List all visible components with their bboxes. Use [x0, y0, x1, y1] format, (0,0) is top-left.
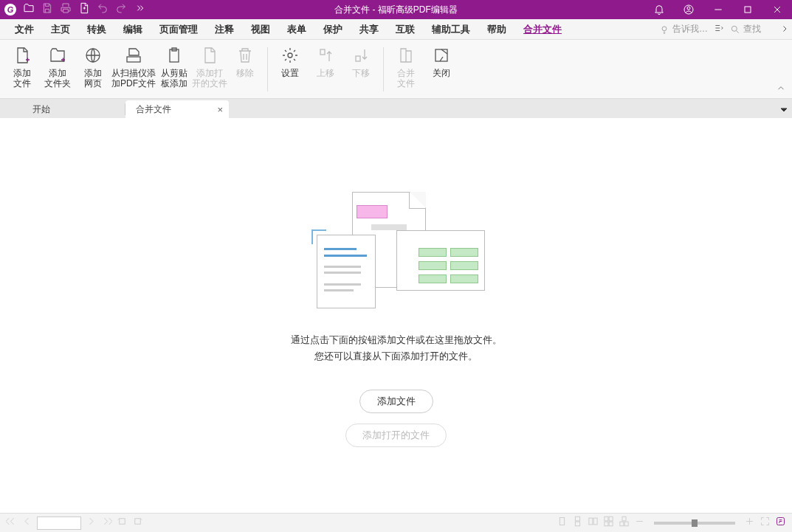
move-down-icon	[351, 46, 371, 65]
svg-rect-22	[605, 522, 608, 526]
svg-rect-6	[127, 57, 140, 62]
menu-comment[interactable]: 注释	[207, 20, 241, 39]
menu-accessibility[interactable]: 辅助工具	[424, 20, 478, 39]
fullscreen-icon[interactable]	[760, 516, 771, 530]
tab-start-label: 开始	[32, 103, 50, 116]
tab-combine[interactable]: 合并文件 ×	[125, 100, 229, 118]
print-icon[interactable]	[60, 2, 72, 17]
last-page-icon[interactable]	[101, 516, 112, 530]
add-file-button[interactable]: 添加文件	[359, 390, 433, 413]
menu-connect[interactable]: 互联	[388, 20, 422, 39]
menu-combine[interactable]: 合并文件	[516, 20, 569, 39]
menu-file[interactable]: 文件	[7, 20, 41, 39]
menu-help[interactable]: 帮助	[480, 20, 514, 39]
prev-page-icon[interactable]	[21, 516, 32, 530]
ribbon-separator	[383, 47, 384, 91]
ribbon-add-clipboard-button[interactable]: 从剪贴 板添加	[156, 43, 192, 89]
menu-home[interactable]: 主页	[44, 20, 78, 39]
svg-rect-15	[559, 518, 564, 525]
svg-rect-19	[593, 518, 597, 525]
view-single-icon[interactable]	[557, 516, 568, 530]
page-number-input[interactable]	[37, 517, 81, 530]
svg-rect-18	[589, 518, 593, 525]
ribbon-collapse-icon[interactable]	[776, 83, 788, 95]
svg-rect-20	[605, 517, 608, 521]
close-button[interactable]	[762, 0, 792, 19]
tellme-box[interactable]: 告诉我…	[656, 21, 711, 37]
menu-protect[interactable]: 保护	[316, 20, 350, 39]
save-icon[interactable]	[41, 2, 53, 17]
tab-close-icon[interactable]: ×	[217, 104, 223, 115]
empty-line-1: 通过点击下面的按钮添加文件或在这里拖放文件。	[291, 332, 502, 348]
empty-state-text: 通过点击下面的按钮添加文件或在这里拖放文件。 您还可以直接从下面添加打开的文件。	[291, 332, 502, 365]
ribbon-add-webpage-button[interactable]: 添加 网页	[75, 43, 111, 89]
menu-view[interactable]: 视图	[244, 20, 278, 39]
content-area[interactable]: 通过点击下面的按钮添加文件或在这里拖放文件。 您还可以直接从下面添加打开的文件。…	[0, 118, 792, 513]
ribbon-add-scanner-button[interactable]: 从扫描仪添 加PDF文件	[111, 43, 156, 89]
view-cover-icon[interactable]	[619, 516, 630, 530]
statusbar	[0, 513, 792, 532]
menu-share[interactable]: 共享	[352, 20, 386, 39]
first-page-icon[interactable]	[6, 516, 17, 530]
open-icon[interactable]	[23, 2, 35, 17]
rotate-cw-icon[interactable]	[132, 516, 143, 530]
folder-plus-icon	[48, 46, 67, 65]
view-continuous-icon[interactable]	[572, 516, 583, 530]
ribbon-move-down-button: 下移	[343, 43, 379, 78]
empty-state-illustration	[308, 192, 485, 317]
redo-icon[interactable]	[115, 2, 127, 17]
rotate-ccw-icon[interactable]	[117, 516, 128, 530]
ribbon-add-folder-button[interactable]: 添加 文件夹	[40, 43, 75, 89]
tab-start[interactable]: 开始	[22, 100, 125, 118]
tab-dropdown-icon[interactable]	[780, 103, 788, 117]
window-controls	[644, 0, 792, 19]
notification-icon[interactable]	[644, 0, 674, 19]
scanner-icon	[124, 46, 143, 65]
menu-overflow-icon[interactable]	[714, 23, 724, 36]
qat-more-icon[interactable]	[134, 2, 145, 17]
svg-point-9	[288, 53, 292, 58]
user-icon[interactable]	[674, 0, 703, 19]
view-facing-continuous-icon[interactable]	[603, 516, 614, 530]
next-page-icon[interactable]	[86, 516, 97, 530]
reflow-icon[interactable]	[775, 516, 786, 530]
gear-icon	[280, 46, 300, 65]
svg-point-4	[731, 26, 737, 31]
svg-rect-26	[624, 522, 628, 526]
zoom-out-icon[interactable]	[634, 516, 645, 530]
find-box[interactable]: 查找	[727, 21, 777, 37]
svg-rect-25	[620, 522, 624, 526]
zoom-in-icon[interactable]	[744, 516, 755, 530]
ribbon-separator	[267, 47, 268, 91]
svg-point-1	[687, 7, 690, 10]
zoom-slider[interactable]	[654, 522, 735, 525]
menu-edit[interactable]: 编辑	[116, 20, 150, 39]
new-file-icon[interactable]	[78, 2, 90, 17]
svg-rect-10	[320, 49, 325, 55]
tellme-placeholder: 告诉我…	[672, 23, 708, 35]
menu-scroll-right-icon[interactable]	[780, 23, 789, 36]
ribbon-move-up-button: 上移	[308, 43, 343, 78]
ribbon-add-file-button[interactable]: 添加 文件	[4, 43, 40, 89]
app-logo-icon: G	[4, 4, 16, 15]
svg-rect-14	[135, 519, 141, 525]
ribbon-close-button[interactable]: 关闭	[424, 43, 459, 78]
minimize-button[interactable]	[703, 0, 733, 19]
ribbon-settings-button[interactable]: 设置	[272, 43, 308, 78]
menu-page[interactable]: 页面管理	[152, 20, 205, 39]
view-facing-icon[interactable]	[588, 516, 599, 530]
quick-access-toolbar: G	[0, 2, 145, 17]
menu-form[interactable]: 表单	[280, 20, 314, 39]
maximize-button[interactable]	[733, 0, 762, 19]
document-tab-bar: 开始 合并文件 ×	[0, 99, 792, 118]
svg-rect-23	[609, 522, 613, 526]
find-placeholder: 查找	[743, 23, 774, 35]
globe-icon	[83, 46, 103, 65]
undo-icon[interactable]	[97, 2, 109, 17]
search-icon	[730, 24, 740, 35]
svg-rect-16	[575, 517, 579, 521]
titlebar: G 合并文件 - 福昕高级PDF编辑器	[0, 0, 792, 19]
menu-convert[interactable]: 转换	[80, 20, 114, 39]
empty-line-2: 您还可以直接从下面添加打开的文件。	[291, 348, 502, 365]
svg-rect-24	[622, 517, 626, 521]
